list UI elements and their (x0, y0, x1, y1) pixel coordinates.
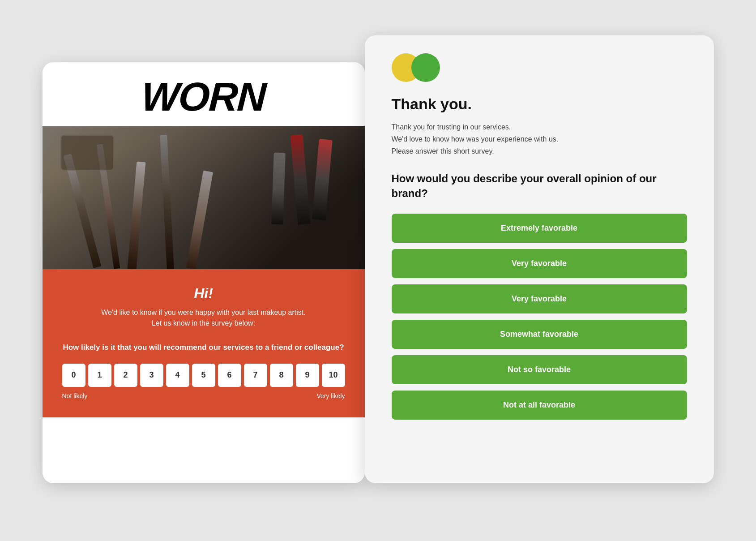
nps-9[interactable]: 9 (296, 364, 319, 387)
survey-question-text: How would you describe your overall opin… (392, 171, 687, 201)
survey-section: Hi! We'd like to know if you were happy … (43, 269, 365, 417)
survey-options-list: Extremely favorable Very favorable Very … (392, 214, 687, 420)
option-somewhat-favorable[interactable]: Somewhat favorable (392, 320, 687, 349)
nps-scale: 0 1 2 3 4 5 6 7 8 9 10 (60, 364, 347, 387)
option-not-so-favorable[interactable]: Not so favorable (392, 355, 687, 384)
option-very-favorable-1[interactable]: Very favorable (392, 249, 687, 278)
nps-2[interactable]: 2 (114, 364, 137, 387)
greeting-text: Hi! (60, 285, 347, 302)
nps-0[interactable]: 0 (62, 364, 85, 387)
makeup-image (43, 126, 365, 269)
option-extremely-favorable[interactable]: Extremely favorable (392, 214, 687, 243)
nps-5[interactable]: 5 (192, 364, 215, 387)
option-not-at-all-favorable[interactable]: Not at all favorable (392, 391, 687, 420)
option-very-favorable-2[interactable]: Very favorable (392, 284, 687, 313)
right-survey-card: Thank you. Thank you for trusting in our… (365, 35, 714, 483)
logo-circles (392, 53, 687, 82)
circle-green (411, 53, 440, 82)
nps-1[interactable]: 1 (88, 364, 111, 387)
nps-label-right: Very likely (316, 392, 345, 399)
logo-area: WORN (43, 62, 365, 126)
nps-6[interactable]: 6 (218, 364, 241, 387)
thank-you-description: Thank you for trusting in our services. … (392, 121, 687, 158)
thank-you-title: Thank you. (392, 95, 687, 113)
nps-question-text: How likely is it that you will recommend… (60, 342, 347, 353)
nps-7[interactable]: 7 (244, 364, 267, 387)
nps-3[interactable]: 3 (140, 364, 163, 387)
worn-logo: WORN (141, 77, 267, 117)
subtitle-text: We'd like to know if you were happy with… (60, 307, 347, 329)
nps-8[interactable]: 8 (270, 364, 293, 387)
left-survey-card: WORN Hi! We'd like to know if you were h… (43, 62, 365, 483)
nps-labels: Not likely Very likely (60, 392, 347, 399)
nps-10[interactable]: 10 (322, 364, 345, 387)
nps-4[interactable]: 4 (166, 364, 189, 387)
nps-label-left: Not likely (62, 392, 88, 399)
